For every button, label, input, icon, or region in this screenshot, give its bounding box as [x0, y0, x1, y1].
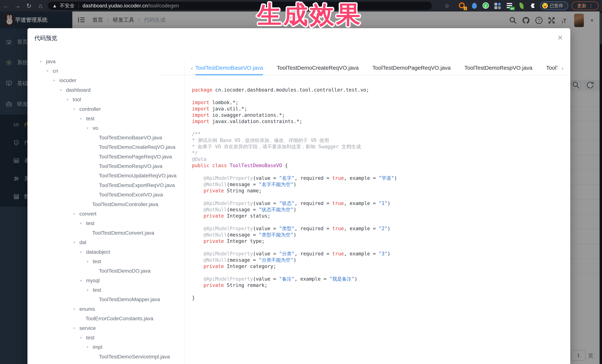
- tab-ToolTe[interactable]: ToolTe: [546, 61, 558, 75]
- tree-file-ToolErrorCodeConstants.java[interactable]: ToolErrorCodeConstants.java: [27, 314, 183, 323]
- caret-down-icon[interactable]: ▾: [40, 59, 46, 64]
- caret-down-icon[interactable]: ▾: [80, 278, 86, 283]
- code-line: private Integer type;: [192, 238, 397, 244]
- tree-file-ToolTestDemoExcelVO.java[interactable]: ToolTestDemoExcelVO.java: [27, 190, 183, 199]
- code-line: @ApiModelProperty(value = "分类", required…: [192, 250, 397, 257]
- code-line: [192, 125, 397, 131]
- tree-folder-controller[interactable]: ▾controller: [27, 104, 183, 114]
- extension-drop-icon[interactable]: [471, 2, 478, 9]
- extension-paused-pill[interactable]: 已暂停: [540, 1, 568, 10]
- tree-folder-service[interactable]: ▾service: [27, 323, 183, 333]
- code-line: [192, 270, 397, 276]
- address-bar[interactable]: ▲ 不安全 dashboard.yudao.iocoder.cn/tool/co…: [48, 2, 432, 10]
- tree-folder-dataobject[interactable]: ▾dataobject: [27, 247, 183, 257]
- tree-file-ToolTestDemoConvert.java[interactable]: ToolTestDemoConvert.java: [27, 228, 183, 238]
- tree-folder-convert[interactable]: ▾convert: [27, 209, 183, 218]
- tab-ToolTestDemoCreateReqVO.java[interactable]: ToolTestDemoCreateReqVO.java: [277, 61, 359, 75]
- tree-node-label: ToolTestDemoController.java: [92, 201, 158, 208]
- caret-down-icon[interactable]: ▾: [73, 240, 79, 245]
- tabs-scroll-area: ToolTestDemoBaseVO.javaToolTestDemoCreat…: [195, 61, 558, 75]
- browser-forward-icon[interactable]: →: [13, 0, 22, 11]
- tree-folder-test[interactable]: ▾test: [27, 114, 183, 123]
- tree-folder-dal[interactable]: ▾dal: [27, 238, 183, 247]
- close-icon[interactable]: ✕: [556, 34, 564, 42]
- tree-folder-test[interactable]: ▾test: [27, 333, 183, 342]
- extension-green-y-icon[interactable]: y: [483, 2, 489, 9]
- code-view[interactable]: package cn.iocoder.dashboard.modules.too…: [192, 87, 397, 301]
- tree-node-label: ToolTestDemoExcelVO.java: [99, 192, 163, 198]
- tree-node-label: dal: [79, 239, 86, 245]
- caret-down-icon[interactable]: ▾: [73, 212, 79, 216]
- tree-node-label: ToolTestDemoUpdateReqVO.java: [99, 173, 177, 179]
- caret-down-icon[interactable]: ▾: [86, 126, 93, 130]
- tree-node-label: iocoder: [59, 77, 76, 83]
- caret-down-icon[interactable]: ▾: [47, 69, 53, 73]
- tabs-scroll-left-icon[interactable]: ‹: [189, 64, 195, 72]
- code-line: */: [192, 150, 397, 156]
- browser-menu-dots-icon[interactable]: ⋮: [589, 5, 593, 7]
- tree-file-ToolTestDemoBaseVO.java[interactable]: ToolTestDemoBaseVO.java: [27, 133, 183, 142]
- security-warning-icon[interactable]: ▲: [52, 3, 57, 9]
- tree-file-ToolTestDemoDO.java[interactable]: ToolTestDemoDO.java: [27, 266, 183, 276]
- extension-list-icon[interactable]: on: [507, 2, 513, 9]
- code-line: [192, 169, 397, 175]
- caret-down-icon[interactable]: ▾: [67, 97, 73, 102]
- browser-scrollbar[interactable]: [600, 11, 602, 364]
- caret-down-icon[interactable]: ▾: [80, 221, 86, 226]
- code-line: [192, 194, 397, 200]
- caret-down-icon[interactable]: ▾: [73, 107, 79, 111]
- caret-down-icon[interactable]: ▾: [73, 326, 79, 331]
- caret-down-icon[interactable]: ▾: [86, 288, 93, 292]
- tree-folder-vo[interactable]: ▾vo: [27, 124, 183, 133]
- tree-file-ToolTestDemoCreateReqVO.java[interactable]: ToolTestDemoCreateReqVO.java: [27, 143, 183, 152]
- tab-ToolTestDemoPageReqVO.java[interactable]: ToolTestDemoPageReqVO.java: [372, 61, 451, 75]
- bookmark-star-icon[interactable]: ☆: [443, 0, 451, 11]
- code-line: @NotNull(message = "类型不能为空"): [192, 232, 397, 238]
- tree-file-ToolTestDemoMapper.java[interactable]: ToolTestDemoMapper.java: [27, 295, 183, 304]
- caret-down-icon[interactable]: ▾: [73, 307, 79, 311]
- tree-file-ToolTestDemoController.java[interactable]: ToolTestDemoController.java: [27, 200, 183, 209]
- tree-file-ToolTestDemoExportReqVO.java[interactable]: ToolTestDemoExportReqVO.java: [27, 180, 183, 190]
- code-line: @ApiModelProperty(value = "备注", example …: [192, 276, 397, 282]
- tree-file-ToolTestDemoRespVO.java[interactable]: ToolTestDemoRespVO.java: [27, 161, 183, 171]
- tree-file-ToolTestDemoServiceImpl.java[interactable]: ToolTestDemoServiceImpl.java: [27, 352, 183, 361]
- tree-folder-impl[interactable]: ▾impl: [27, 343, 183, 352]
- file-tabs-bar: ‹ ToolTestDemoBaseVO.javaToolTestDemoCre…: [160, 61, 568, 75]
- tree-folder-iocoder[interactable]: ▾iocoder: [27, 76, 183, 85]
- caret-down-icon[interactable]: ▾: [80, 250, 86, 254]
- caret-down-icon[interactable]: ▾: [86, 345, 93, 349]
- extension-grid-icon[interactable]: [494, 2, 501, 9]
- tree-folder-test[interactable]: ▾test: [27, 257, 183, 266]
- tab-ToolTestDemoBaseVO.java[interactable]: ToolTestDemoBaseVO.java: [195, 61, 263, 75]
- update-label: 更新: [577, 3, 586, 9]
- browser-home-icon[interactable]: ⌂: [36, 0, 44, 11]
- tree-folder-enums[interactable]: ▾enums: [27, 304, 183, 314]
- tabs-scroll-right-icon[interactable]: ›: [559, 64, 566, 72]
- url-text: dashboard.yudao.iocoder.cn/tool/codegen: [83, 3, 179, 9]
- tree-folder-test[interactable]: ▾test: [27, 285, 183, 295]
- tab-ToolTestDemoRespVO.java[interactable]: ToolTestDemoRespVO.java: [464, 61, 532, 75]
- extension-leaf-icon[interactable]: [518, 2, 525, 9]
- tree-folder-test[interactable]: ▾test: [27, 219, 183, 228]
- tree-folder-dashboard[interactable]: ▾dashboard: [27, 85, 183, 95]
- tree-folder-mysql[interactable]: ▾mysql: [27, 276, 183, 285]
- extension-orange-ring-icon[interactable]: 1: [459, 2, 465, 9]
- caret-down-icon[interactable]: ▾: [60, 88, 66, 92]
- browser-update-button[interactable]: 更新 ⋮: [572, 1, 599, 10]
- caret-down-icon[interactable]: ▾: [80, 116, 86, 121]
- caret-down-icon[interactable]: ▾: [53, 78, 59, 83]
- code-line: [192, 244, 397, 250]
- tree-folder-tool[interactable]: ▾tool: [27, 95, 183, 104]
- caret-down-icon[interactable]: ▾: [80, 335, 86, 340]
- browser-back-icon[interactable]: ←: [2, 0, 11, 11]
- tree-node-label: mysql: [86, 278, 100, 284]
- extension-puzzle-icon[interactable]: [530, 2, 536, 9]
- tree-node-label: ToolErrorCodeConstants.java: [86, 316, 153, 322]
- tree-file-ToolTestDemoUpdateReqVO.java[interactable]: ToolTestDemoUpdateReqVO.java: [27, 171, 183, 180]
- tree-node-label: test: [93, 259, 101, 264]
- caret-down-icon[interactable]: ▾: [86, 259, 93, 264]
- tree-file-ToolTestDemoPageReqVO.java[interactable]: ToolTestDemoPageReqVO.java: [27, 152, 183, 161]
- scrollbar-thumb[interactable]: [600, 13, 602, 44]
- browser-refresh-icon[interactable]: ↻: [25, 0, 33, 11]
- code-line: @NotNull(message = "状态不能为空"): [192, 207, 397, 213]
